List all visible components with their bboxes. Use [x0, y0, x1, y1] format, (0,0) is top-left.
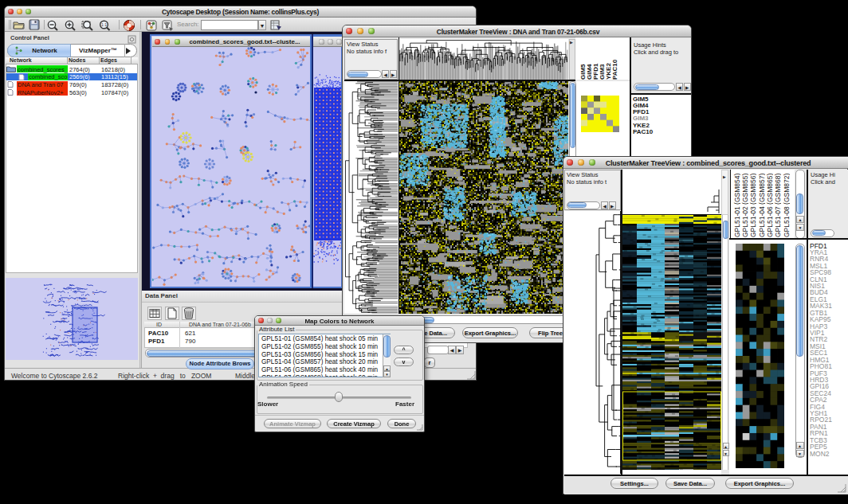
- svg-text:1:1: 1:1: [101, 22, 107, 27]
